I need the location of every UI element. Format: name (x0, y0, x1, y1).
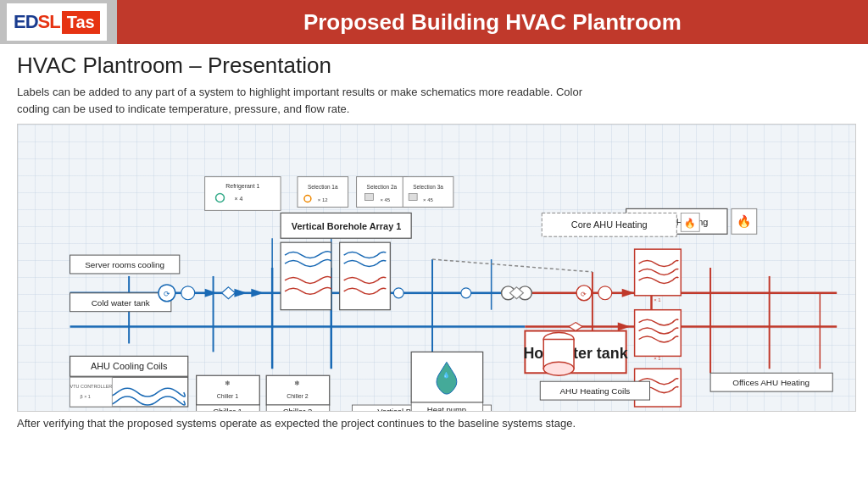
svg-text:⟳: ⟳ (164, 290, 170, 298)
svg-text:❄: ❄ (225, 380, 231, 387)
logo-area: EDSL Tas (7, 3, 107, 41)
svg-point-99 (461, 288, 471, 298)
desc-line1: Labels can be added to any part of a sys… (17, 86, 582, 98)
svg-rect-72 (635, 249, 682, 296)
logo-tas: Tas (62, 11, 100, 34)
svg-text:× 45: × 45 (380, 197, 390, 202)
page-title: HVAC Plantroom – Presentation (17, 53, 851, 79)
svg-text:Selection 2a: Selection 2a (367, 184, 398, 190)
description: Labels can be added to any part of a sys… (17, 84, 851, 117)
hvac-diagram: Refrigerant 1 × 4 Selection 1a × 12 Sele… (17, 124, 856, 412)
header-title-text: Proposed Building HVAC Plantroom (303, 9, 682, 36)
header-title: Proposed Building HVAC Plantroom (117, 0, 868, 44)
svg-text:× 4: × 4 (234, 196, 242, 202)
svg-text:Chiller 2: Chiller 2 (287, 393, 309, 399)
svg-text:Chiller 1: Chiller 1 (213, 407, 242, 411)
svg-text:Chiller 1: Chiller 1 (217, 393, 239, 399)
svg-text:Heat pump: Heat pump (427, 405, 466, 411)
svg-text:Refrigerant 1: Refrigerant 1 (225, 183, 259, 190)
svg-point-98 (393, 288, 403, 298)
svg-marker-80 (622, 289, 635, 297)
svg-text:× 1: × 1 (654, 356, 661, 361)
svg-text:VTU CONTROLLER: VTU CONTROLLER (70, 384, 113, 389)
svg-rect-74 (635, 310, 682, 357)
footer-text: After verifying that the proposed system… (17, 417, 851, 430)
svg-line-15 (432, 259, 593, 272)
main-content: HVAC Plantroom – Presentation Labels can… (0, 44, 868, 436)
svg-point-86 (543, 362, 574, 375)
svg-rect-28 (365, 194, 374, 201)
svg-text:× 12: × 12 (318, 197, 328, 202)
svg-text:Core AHU Heating: Core AHU Heating (571, 219, 648, 230)
svg-text:❄: ❄ (294, 380, 300, 387)
svg-text:Cold water tank: Cold water tank (92, 298, 150, 308)
svg-rect-91 (70, 377, 113, 407)
svg-text:Vertical Borehole Array 1: Vertical Borehole Array 1 (292, 221, 402, 231)
svg-text:× 1: × 1 (654, 297, 661, 302)
svg-text:Chiller 2: Chiller 2 (283, 407, 313, 411)
svg-text:β × 1: β × 1 (80, 394, 90, 399)
svg-text:🔥: 🔥 (737, 214, 752, 229)
svg-marker-102 (222, 287, 236, 299)
svg-marker-42 (234, 289, 247, 297)
svg-text:AHU Cooling Coils: AHU Cooling Coils (91, 361, 168, 371)
logo-ed: ED (14, 11, 38, 32)
svg-text:Server rooms cooling: Server rooms cooling (85, 260, 164, 269)
svg-text:Offices AHU Heating: Offices AHU Heating (732, 378, 810, 387)
diagram-svg: Refrigerant 1 × 4 Selection 1a × 12 Sele… (18, 125, 855, 411)
svg-point-79 (598, 286, 612, 300)
svg-text:⟳: ⟳ (581, 291, 587, 298)
logo-sl: SL (38, 11, 60, 32)
svg-text:Selection 3a: Selection 3a (413, 184, 443, 190)
svg-marker-81 (618, 323, 631, 331)
desc-line2: coding can be used to indicate temperatu… (17, 103, 349, 115)
svg-marker-43 (251, 289, 264, 297)
svg-text:AHU Heating Coils: AHU Heating Coils (559, 386, 630, 396)
svg-point-40 (181, 286, 195, 300)
svg-text:🔥: 🔥 (684, 217, 696, 229)
svg-text:× 45: × 45 (423, 197, 433, 202)
logo-edsl: EDSL (14, 11, 60, 33)
header: EDSL Tas Proposed Building HVAC Plantroo… (0, 0, 868, 44)
svg-text:💧: 💧 (442, 371, 450, 379)
svg-rect-96 (409, 194, 417, 201)
svg-marker-41 (205, 289, 218, 297)
svg-text:Selection 1a: Selection 1a (308, 184, 338, 190)
svg-marker-104 (569, 323, 582, 331)
svg-text:Hot water tank: Hot water tank (523, 345, 627, 362)
